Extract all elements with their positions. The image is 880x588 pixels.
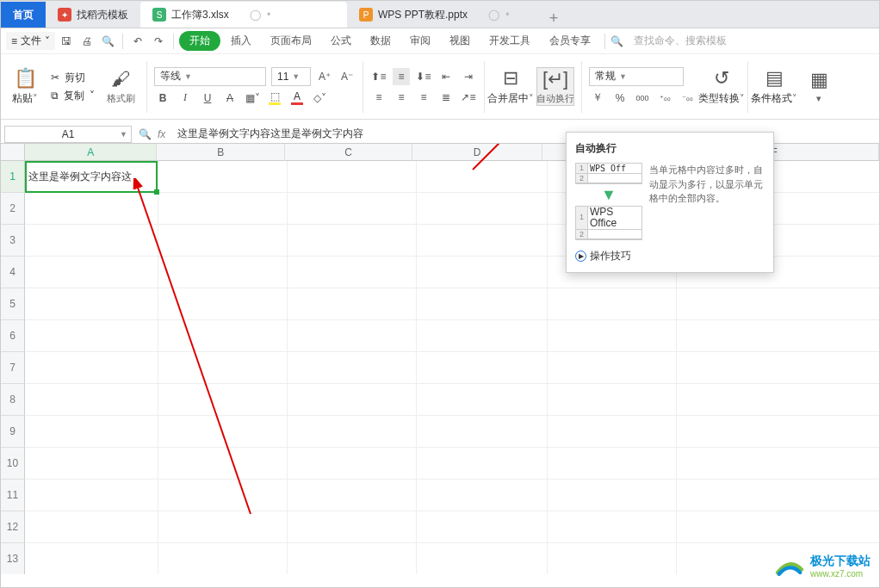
wrap-text-button[interactable]: [↵] 自动换行: [536, 67, 574, 106]
cell[interactable]: [158, 193, 288, 225]
merge-center-button[interactable]: ⊟ 合并居中˅: [492, 67, 530, 106]
cell[interactable]: [417, 448, 548, 480]
cell[interactable]: [158, 384, 288, 416]
cell[interactable]: [548, 480, 677, 511]
menu-data[interactable]: 数据: [362, 31, 400, 51]
row-head[interactable]: 6: [1, 320, 25, 352]
indent-inc-icon[interactable]: ⇥: [460, 68, 477, 85]
cell[interactable]: [158, 257, 288, 288]
print-icon[interactable]: 🖨: [77, 32, 96, 51]
align-left-icon[interactable]: ≡: [370, 89, 387, 106]
cell[interactable]: 这里是举例文字内容这: [25, 161, 158, 193]
currency-button[interactable]: ￥: [589, 90, 606, 107]
tooltip-tips-link[interactable]: ▶ 操作技巧: [575, 249, 765, 263]
italic-button[interactable]: I: [177, 90, 194, 107]
save-icon[interactable]: 🖫: [57, 32, 76, 51]
search-hint[interactable]: 查找命令、搜索模板: [634, 34, 727, 48]
number-format-select[interactable]: 常规▼: [589, 67, 684, 86]
row-head[interactable]: 11: [1, 480, 25, 511]
row-head[interactable]: 10: [1, 448, 25, 480]
undo-icon[interactable]: ↶: [128, 32, 147, 51]
align-right-icon[interactable]: ≡: [415, 89, 432, 106]
row-head[interactable]: 5: [1, 288, 25, 320]
tab-template[interactable]: ✦ 找稻壳模板: [46, 2, 140, 28]
font-name-select[interactable]: 等线▼: [154, 67, 266, 86]
cell[interactable]: [548, 288, 677, 320]
cell[interactable]: [677, 384, 879, 416]
align-middle-icon[interactable]: ≡: [393, 68, 410, 85]
cell[interactable]: [548, 448, 677, 480]
underline-button[interactable]: U: [199, 90, 216, 107]
cell[interactable]: [158, 352, 288, 384]
align-center-icon[interactable]: ≡: [393, 89, 410, 106]
bold-button[interactable]: B: [154, 90, 171, 107]
cell[interactable]: [677, 416, 879, 448]
cell[interactable]: [288, 384, 417, 416]
menu-start[interactable]: 开始: [179, 31, 220, 51]
cell[interactable]: [677, 288, 879, 320]
cell[interactable]: [288, 448, 417, 480]
indent-dec-icon[interactable]: ⇤: [437, 68, 455, 85]
redo-icon[interactable]: ↷: [149, 32, 168, 51]
cell[interactable]: [158, 161, 288, 193]
cell[interactable]: [548, 384, 677, 416]
row-head[interactable]: 12: [1, 511, 25, 543]
justify-icon[interactable]: ≣: [437, 89, 455, 106]
cell[interactable]: [25, 352, 158, 384]
tab-home[interactable]: 首页: [1, 2, 46, 28]
cell[interactable]: [417, 480, 548, 511]
cell[interactable]: [25, 193, 158, 225]
cell[interactable]: [677, 511, 879, 543]
dec-inc-button[interactable]: ⁺₀₀: [656, 90, 673, 107]
cell[interactable]: [548, 511, 677, 543]
cell[interactable]: [25, 288, 158, 320]
cond-format-button[interactable]: ▤ 条件格式˅: [755, 67, 793, 106]
cell[interactable]: [25, 511, 158, 543]
col-head-B[interactable]: B: [157, 144, 285, 161]
cell[interactable]: [25, 257, 158, 288]
cell[interactable]: [158, 225, 288, 257]
percent-button[interactable]: %: [611, 90, 629, 107]
cell[interactable]: [417, 352, 548, 384]
cell[interactable]: [288, 257, 417, 288]
tab-workbook[interactable]: S 工作簿3.xlsx ◯ •: [140, 2, 347, 28]
tab-actions-icon[interactable]: ◯ •: [250, 9, 273, 21]
menu-view[interactable]: 视图: [441, 31, 479, 51]
fill-color-button[interactable]: ⬚: [266, 90, 283, 107]
cell[interactable]: [288, 320, 417, 352]
file-menu[interactable]: ≡ 文件 ˅: [6, 32, 55, 50]
row-head[interactable]: 7: [1, 352, 25, 384]
cell[interactable]: [288, 480, 417, 511]
name-box[interactable]: A1▼: [4, 126, 132, 143]
fx-icon[interactable]: fx: [158, 128, 165, 140]
preview-icon[interactable]: 🔍: [98, 32, 117, 51]
cell[interactable]: [25, 543, 158, 574]
orientation-icon[interactable]: ↗≡: [460, 89, 477, 106]
cell[interactable]: [158, 320, 288, 352]
row-head[interactable]: 9: [1, 416, 25, 448]
cell[interactable]: [677, 448, 879, 480]
paste-button[interactable]: 📋 粘贴˅: [6, 67, 44, 106]
row-head[interactable]: 13: [1, 543, 25, 574]
align-top-icon[interactable]: ⬆≡: [370, 68, 387, 85]
menu-review[interactable]: 审阅: [401, 31, 439, 51]
row-head[interactable]: 8: [1, 384, 25, 416]
type-convert-button[interactable]: ↺ 类型转换˅: [703, 67, 741, 106]
font-size-select[interactable]: 11▼: [271, 67, 311, 86]
cell[interactable]: [288, 352, 417, 384]
cell[interactable]: [25, 480, 158, 511]
cell[interactable]: [288, 543, 417, 574]
menu-formula[interactable]: 公式: [322, 31, 360, 51]
cell[interactable]: [288, 193, 417, 225]
search-icon[interactable]: 🔍: [610, 35, 623, 47]
cell[interactable]: [417, 511, 548, 543]
cell[interactable]: [158, 288, 288, 320]
col-head-C[interactable]: C: [285, 144, 413, 161]
tab-ppt[interactable]: P WPS PPT教程.pptx ◯ •: [347, 2, 536, 28]
row-head[interactable]: 4: [1, 257, 25, 288]
font-grow-icon[interactable]: A⁺: [316, 68, 333, 85]
format-painter-button[interactable]: 🖌 格式刷: [102, 68, 139, 105]
cell[interactable]: [548, 416, 677, 448]
fx-find-icon[interactable]: 🔍: [132, 128, 158, 140]
cell[interactable]: [288, 161, 417, 193]
